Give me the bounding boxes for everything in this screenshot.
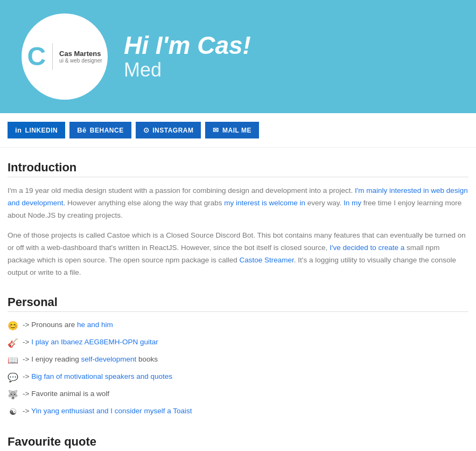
books-text: -> I enjoy reading self-development book… xyxy=(23,354,158,365)
pronouns-text: -> Pronouns are he and him xyxy=(23,320,113,330)
behance-button[interactable]: Bē BEHANCE xyxy=(69,122,131,138)
personal-heading: Personal xyxy=(8,295,468,312)
guitar-emoji: 🎸 xyxy=(8,337,18,350)
pronouns-link[interactable]: he and him xyxy=(77,321,113,329)
introduction-heading: Introduction xyxy=(8,161,468,177)
mail-button[interactable]: ✉ MAIL ME xyxy=(205,122,258,138)
instagram-button[interactable]: ⊙ INSTAGRAM xyxy=(136,122,201,138)
social-bar: in LINKEDIN Bē BEHANCE ⊙ INSTAGRAM ✉ MAI… xyxy=(0,113,476,148)
pronouns-emoji: 😊 xyxy=(8,320,18,332)
list-item: 🐺 -> Favorite animal is a wolf xyxy=(8,388,468,401)
wolf-text: -> Favorite animal is a wolf xyxy=(23,388,109,399)
list-item: 📖 -> I enjoy reading self-development bo… xyxy=(8,354,468,367)
books-link[interactable]: self-development xyxy=(81,355,136,363)
main-content: Introduction I'm a 19 year old media des… xyxy=(0,148,476,451)
behance-icon: Bē xyxy=(77,126,87,134)
introduction-section: Introduction I'm a 19 year old media des… xyxy=(8,161,468,279)
linkedin-label: LINKEDIN xyxy=(25,127,58,134)
logo-divider xyxy=(52,43,53,70)
quote-section: Favourite quote A man's eye seeks what c… xyxy=(8,435,468,451)
logo-name: Cas Martens xyxy=(59,50,102,58)
instagram-icon: ⊙ xyxy=(143,126,150,134)
wolf-emoji: 🐺 xyxy=(8,388,18,401)
speakers-link[interactable]: Big fan of motivational speakers and quo… xyxy=(31,372,172,380)
linkedin-icon: in xyxy=(15,126,22,134)
intro-paragraph-1: I'm a 19 year old media design student w… xyxy=(8,185,468,222)
list-item: 😊 -> Pronouns are he and him xyxy=(8,320,468,332)
speakers-text: -> Big fan of motivational speakers and … xyxy=(23,371,172,382)
behance-label: BEHANCE xyxy=(90,127,124,134)
logo-subtitle: ui & web designer xyxy=(59,58,102,64)
personal-section: Personal 😊 -> Pronouns are he and him 🎸 … xyxy=(8,295,468,419)
header-banner: C Cas Martens ui & web designer Hi I'm C… xyxy=(0,0,476,113)
castoe-streamer-link[interactable]: Castoe Streamer xyxy=(240,256,294,264)
yinyang-emoji: ☯ xyxy=(8,406,18,419)
mail-icon: ✉ xyxy=(213,126,219,134)
personal-list: 😊 -> Pronouns are he and him 🎸 -> I play… xyxy=(8,320,468,419)
guitar-link[interactable]: I play an Ibanez AEG8EMH-OPN guitar xyxy=(31,338,158,346)
yinyang-link[interactable]: Yin yang enthusiast and I consider mysel… xyxy=(31,407,192,415)
header-sub-title: Med xyxy=(124,59,162,81)
logo-inner: C Cas Martens ui & web designer xyxy=(27,43,102,70)
logo-text-block: Cas Martens ui & web designer xyxy=(59,50,102,64)
list-item: 🎸 -> I play an Ibanez AEG8EMH-OPN guitar xyxy=(8,337,468,350)
mail-label: MAIL ME xyxy=(222,127,251,134)
books-emoji: 📖 xyxy=(8,354,18,367)
quote-heading: Favourite quote xyxy=(8,435,468,451)
list-item: 💬 -> Big fan of motivational speakers an… xyxy=(8,371,468,384)
header-main-title: Hi I'm Cas! xyxy=(124,32,251,59)
logo-circle: C Cas Martens ui & web designer xyxy=(22,13,108,100)
instagram-label: INSTAGRAM xyxy=(152,127,193,134)
intro-paragraph-2: One of those projects is called Castoe w… xyxy=(8,230,468,279)
logo-letter: C xyxy=(27,44,46,70)
guitar-text: -> I play an Ibanez AEG8EMH-OPN guitar xyxy=(23,337,158,348)
list-item: ☯ -> Yin yang enthusiast and I consider … xyxy=(8,406,468,419)
speakers-emoji: 💬 xyxy=(8,371,18,384)
yinyang-text: -> Yin yang enthusiast and I consider my… xyxy=(23,406,192,417)
header-title-block: Hi I'm Cas! Med xyxy=(124,32,251,82)
linkedin-button[interactable]: in LINKEDIN xyxy=(8,122,65,138)
